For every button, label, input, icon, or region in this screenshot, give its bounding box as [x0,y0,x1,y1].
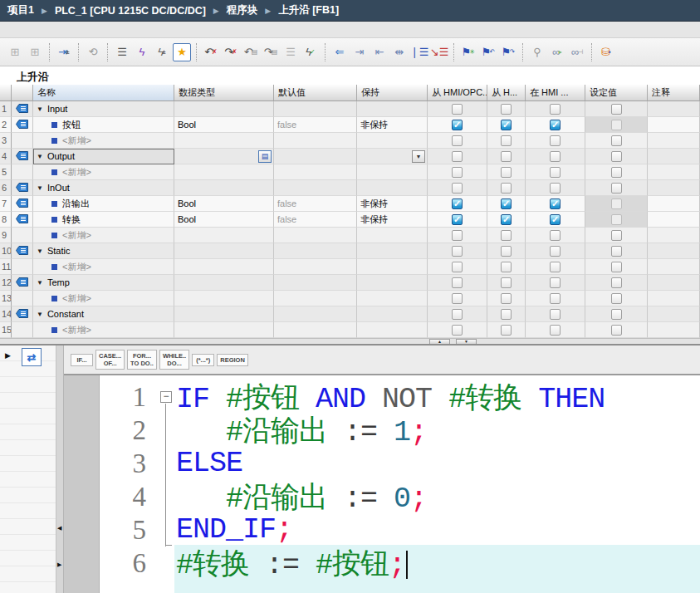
section-collapse-icon[interactable]: ▼ [37,184,43,192]
default-value-cell[interactable] [274,164,357,180]
datatype-picker-button[interactable]: ▤ [258,150,272,163]
default-value-cell[interactable]: false [274,212,357,228]
comment-cell[interactable] [648,228,700,243]
snippet-button-if[interactable]: IF... [71,354,93,366]
comment-cell[interactable] [648,180,700,196]
name-cell[interactable]: ▼Output [33,149,174,164]
comment-cell[interactable] [648,291,700,306]
split-editor-button[interactable]: ⇄ [22,348,42,366]
section-collapse-icon[interactable]: ▼ [37,105,43,113]
comment-cell[interactable] [648,133,700,149]
hmi-opc-checkbox[interactable] [452,293,463,304]
writable-from-hmi-checkbox[interactable] [501,167,512,178]
hmi-opc-checkbox[interactable] [452,230,463,241]
setpoint-checkbox[interactable] [611,198,622,209]
update-interface-icon[interactable]: ⇹ [390,43,409,61]
code-text[interactable]: #沿输出 := 1; [176,411,427,450]
absolute-operands-icon[interactable]: ❘☰ [410,43,428,61]
hmi-opc-checkbox[interactable] [452,325,463,336]
visible-in-hmi-checkbox[interactable] [550,135,560,146]
column-header[interactable]: 在 HMI ... [526,85,585,101]
datatype-cell[interactable]: Bool [174,196,274,212]
comment-cell[interactable] [648,164,700,180]
expanded-mode-button[interactable]: ★ [173,43,191,61]
code-line[interactable]: 1−IF #按钮 AND NOT #转换 THEN [64,380,700,414]
visible-in-hmi-checkbox[interactable] [550,309,560,320]
setpoint-checkbox[interactable] [611,167,622,178]
name-cell[interactable]: <新增> [33,259,174,275]
comment-cell[interactable] [648,306,700,322]
default-value-cell[interactable] [274,101,357,117]
splitter-collapse-right-icon[interactable]: ▶ [57,561,61,568]
name-cell[interactable]: <新增> [33,164,174,180]
datatype-cell[interactable] [174,133,274,149]
default-value-cell[interactable] [274,180,357,196]
writable-from-hmi-checkbox[interactable] [501,293,512,304]
writable-from-hmi-checkbox[interactable]: ✓ [501,198,512,209]
retain-cell[interactable] [357,322,428,338]
hmi-opc-checkbox[interactable] [452,167,463,178]
name-cell[interactable]: <新增> [33,133,174,149]
column-header[interactable]: 保持 [357,85,428,101]
setpoint-checkbox[interactable] [611,183,622,194]
datatype-cell[interactable] [174,306,274,322]
name-cell[interactable]: ▼Input [33,101,174,117]
insert-row-icon[interactable]: ⇥± [55,43,73,61]
code-text[interactable]: #沿输出 := 0; [176,478,427,517]
hmi-opc-checkbox[interactable]: ✓ [452,198,463,209]
visible-in-hmi-checkbox[interactable] [550,167,560,178]
db-lock-icon[interactable]: ⛁▪ [597,43,615,61]
name-cell[interactable]: 转换 [33,212,174,228]
datatype-cell[interactable] [174,164,274,180]
column-header[interactable]: 默认值 [274,85,357,101]
column-header[interactable]: 从 H... [487,85,526,101]
insert-network-icon[interactable]: ⊞ [6,43,24,61]
snippet-button-fortodo[interactable]: FOR... TO DO.. [127,350,157,370]
default-value-cell[interactable] [274,275,357,291]
section-collapse-icon[interactable]: ▼ [37,153,43,160]
column-header[interactable]: 名称 [33,85,174,101]
visible-in-hmi-checkbox[interactable] [550,246,560,257]
retain-cell[interactable]: 非保持 [357,117,428,133]
setpoint-checkbox[interactable] [611,246,622,257]
variable-name[interactable]: 沿输出 [62,198,90,210]
writable-from-hmi-checkbox[interactable] [501,325,512,336]
monitor-on-icon[interactable]: ∞▸ [548,43,566,61]
name-cell[interactable]: 沿输出 [33,196,174,212]
hmi-opc-checkbox[interactable] [452,135,463,146]
hmi-opc-checkbox[interactable] [452,309,463,320]
hmi-opc-checkbox[interactable]: ✓ [452,120,463,130]
writable-from-hmi-checkbox[interactable] [501,277,512,288]
snippet-button-whiledo[interactable]: WHILE.. DO... [159,350,189,370]
breadcrumb-item[interactable]: PLC_1 [CPU 1215C DC/DC/DC] [55,5,206,17]
section-collapse-icon[interactable]: ▼ [37,247,43,255]
datatype-cell[interactable]: Bool [174,212,274,228]
writable-from-hmi-checkbox[interactable]: ✓ [501,120,512,130]
name-cell[interactable]: ▼InOut [33,180,174,196]
snippet-button-region[interactable]: REGION [217,354,248,366]
visible-in-hmi-checkbox[interactable] [550,151,560,162]
discard-changes-icon[interactable]: ↶✗ [202,43,220,61]
splitter-collapse-left-icon[interactable]: ◀ [57,525,61,532]
retain-cell[interactable] [357,243,428,259]
comment-cell[interactable] [648,322,700,338]
add-new-placeholder[interactable]: <新增> [62,166,91,179]
variable-name[interactable]: 按钮 [62,119,81,131]
writable-from-hmi-checkbox[interactable] [501,151,512,162]
writable-from-hmi-checkbox[interactable] [501,246,512,257]
setpoint-checkbox[interactable] [611,262,622,272]
retain-cell[interactable] [357,259,428,275]
name-cell[interactable]: <新增> [33,322,174,338]
variable-name[interactable]: 转换 [62,213,81,226]
code-text[interactable]: #转换 := #按钮; [176,544,408,583]
datatype-cell[interactable] [174,101,274,117]
default-value-cell[interactable] [274,243,357,259]
code-text[interactable]: ELSE [176,447,242,480]
datatype-cell[interactable] [174,228,274,243]
add-new-placeholder[interactable]: <新增> [62,324,91,336]
default-value-cell[interactable] [274,259,357,275]
clear-formatting-icon[interactable]: ↘☰ [430,43,448,61]
retain-cell[interactable] [357,291,428,306]
comment-cell[interactable] [648,101,700,117]
comment-cell[interactable] [648,196,700,212]
